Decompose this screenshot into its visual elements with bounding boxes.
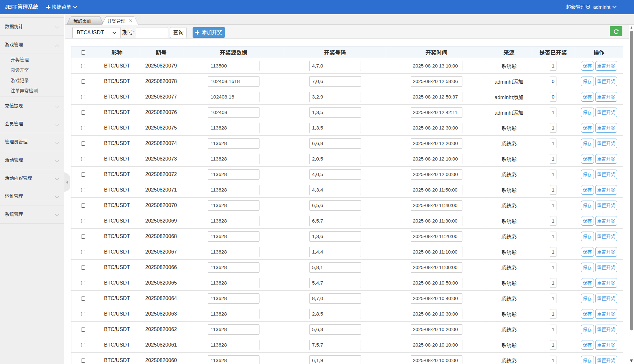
svg-text:开奖管理: 开奖管理 <box>107 18 125 24</box>
svg-text:我的桌面: 我的桌面 <box>73 18 91 24</box>
